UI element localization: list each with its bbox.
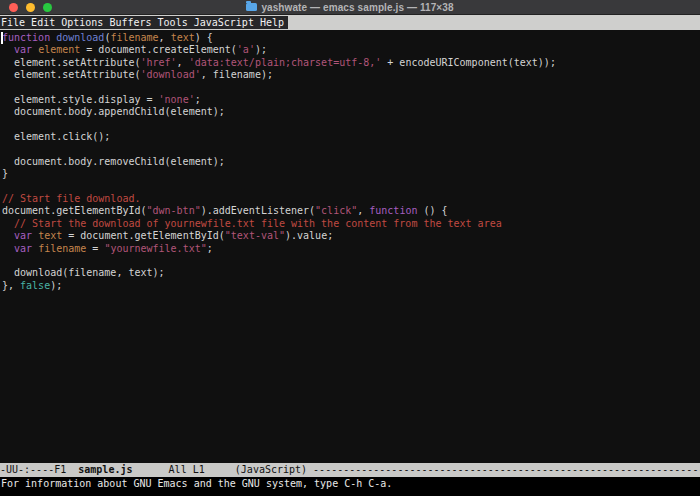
menu-item-file[interactable]: File xyxy=(1,17,25,28)
code-line: document.body.removeChild(element); xyxy=(2,156,700,168)
code-line: element.setAttribute('download', filenam… xyxy=(2,69,700,81)
code-line: // Start file download. xyxy=(2,193,700,205)
code-line xyxy=(2,119,700,131)
menu-item-javascript[interactable]: JavaScript xyxy=(188,17,254,28)
code-buffer[interactable]: function download(filename, text) { var … xyxy=(0,30,700,463)
code-line xyxy=(2,255,700,267)
code-line: }, false); xyxy=(2,280,700,292)
code-lines: function download(filename, text) { var … xyxy=(2,32,700,292)
modeline-major-mode[interactable]: (JavaScript) xyxy=(235,464,307,475)
title-area: yashwate — emacs sample.js — 117×38 xyxy=(0,0,700,14)
echo-area: For information about GNU Emacs and the … xyxy=(0,477,700,496)
code-line: } xyxy=(2,168,700,180)
code-line: element.setAttribute('href', 'data:text/… xyxy=(2,57,700,69)
minimize-button[interactable] xyxy=(26,3,35,12)
code-line: var text = document.getElementById("text… xyxy=(2,230,700,242)
menu-item-edit[interactable]: Edit xyxy=(25,17,55,28)
code-line: var element = document.createElement('a'… xyxy=(2,44,700,56)
code-line: download(filename, text); xyxy=(2,267,700,279)
text-cursor xyxy=(1,32,3,44)
terminal-window: yashwate — emacs sample.js — 117×38 File… xyxy=(0,0,700,496)
zoom-button[interactable] xyxy=(43,3,52,12)
code-line xyxy=(2,82,700,94)
titlebar[interactable]: yashwate — emacs sample.js — 117×38 xyxy=(0,0,700,15)
menu-item-buffers[interactable]: Buffers xyxy=(103,17,151,28)
mode-line: -UU-:----F1 sample.js All L1 (JavaScript… xyxy=(0,463,700,477)
code-line: document.body.appendChild(element); xyxy=(2,106,700,118)
modeline-buffer-name: sample.js xyxy=(78,464,132,475)
menu-item-help[interactable]: Help xyxy=(254,17,284,28)
modeline-position: All L1 xyxy=(132,464,234,475)
code-line: var filename = "yournewfile.txt"; xyxy=(2,243,700,255)
modeline-dashes: ----------------------------------------… xyxy=(307,464,700,475)
folder-icon xyxy=(246,3,257,11)
menubar-items: File Edit Options Buffers Tools JavaScri… xyxy=(0,16,288,29)
modeline-prefix: -UU-:----F1 xyxy=(0,464,78,475)
code-line: element.click(); xyxy=(2,131,700,143)
emacs-menubar: File Edit Options Buffers Tools JavaScri… xyxy=(0,15,700,30)
menu-item-options[interactable]: Options xyxy=(55,17,103,28)
window-title: yashwate — emacs sample.js — 117×38 xyxy=(261,2,453,13)
menu-item-tools[interactable]: Tools xyxy=(152,17,188,28)
code-line: document.getElementById("dwn-btn").addEv… xyxy=(2,205,700,217)
code-line xyxy=(2,181,700,193)
code-line: element.style.display = 'none'; xyxy=(2,94,700,106)
code-line: function download(filename, text) { xyxy=(2,32,700,44)
code-line: // Start the download of yournewfile.txt… xyxy=(2,218,700,230)
code-line xyxy=(2,144,700,156)
traffic-lights xyxy=(9,3,52,12)
close-button[interactable] xyxy=(9,3,18,12)
